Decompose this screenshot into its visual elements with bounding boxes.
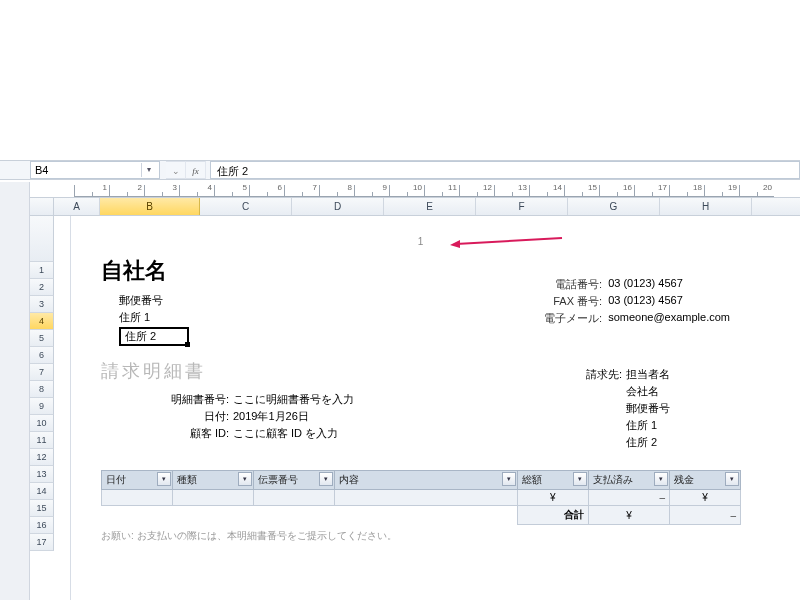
table-total-row: 合計 ¥ – [102, 506, 741, 525]
bill-to-postal: 郵便番号 [626, 401, 670, 416]
svg-marker-1 [450, 240, 460, 248]
filter-dropdown-icon[interactable]: ▾ [502, 472, 516, 486]
column-header-a[interactable]: A [54, 198, 100, 215]
bill-to-company: 会社名 [626, 384, 659, 399]
table-header[interactable]: 総額▾ [517, 471, 588, 490]
formula-cancel-button: ⌄ [166, 161, 186, 179]
column-headers: ABCDEFGH [30, 198, 800, 216]
row-headers: 1234567891011121314151617 [30, 216, 54, 600]
row-header-14[interactable]: 14 [30, 483, 54, 500]
ruler-tick: 4 [179, 185, 214, 197]
row-header-5[interactable]: 5 [30, 330, 54, 347]
bill-to-label: 請求先: [576, 367, 622, 382]
balance-yen: ¥ [669, 490, 740, 506]
customer-id-label: 顧客 ID: [165, 426, 229, 441]
yen-cell: ¥ [517, 490, 588, 506]
column-header-c[interactable]: C [200, 198, 292, 215]
statement-no-value: ここに明細書番号を入力 [233, 392, 354, 407]
ruler-tick: 12 [459, 185, 494, 197]
row-header-12[interactable]: 12 [30, 449, 54, 466]
table-header[interactable]: 伝票番号▾ [254, 471, 335, 490]
table-header[interactable]: 内容▾ [335, 471, 518, 490]
svg-line-0 [456, 238, 562, 244]
row-header-9[interactable]: 9 [30, 398, 54, 415]
row-header-1[interactable]: 1 [30, 262, 54, 279]
ruler-tick: 11 [424, 185, 459, 197]
ruler-tick: 8 [319, 185, 354, 197]
table-header[interactable]: 日付▾ [102, 471, 173, 490]
total-yen: ¥ [588, 506, 669, 525]
bill-to-block: 請求先:担当者名 会社名 郵便番号 住所 1 住所 2 [576, 366, 670, 451]
document-page: 1 自社名 郵便番号 住所 1 住所 2 電話番号:03 (0123) 4567… [70, 216, 770, 600]
column-header-d[interactable]: D [292, 198, 384, 215]
table-header[interactable]: 種類▾ [173, 471, 254, 490]
select-all-corner[interactable] [30, 198, 54, 215]
name-box-dropdown-icon[interactable]: ▾ [141, 163, 155, 177]
filter-dropdown-icon[interactable]: ▾ [725, 472, 739, 486]
column-header-g[interactable]: G [568, 198, 660, 215]
left-gutter [0, 182, 30, 600]
ruler-tick: 15 [564, 185, 599, 197]
row-header-6[interactable]: 6 [30, 347, 54, 364]
filter-dropdown-icon[interactable]: ▾ [238, 472, 252, 486]
ruler-tick: 17 [634, 185, 669, 197]
ruler-tick: 9 [354, 185, 389, 197]
column-header-f[interactable]: F [476, 198, 568, 215]
filter-dropdown-icon[interactable]: ▾ [654, 472, 668, 486]
row-header-13[interactable]: 13 [30, 466, 54, 483]
paid-dash: – [588, 490, 669, 506]
row-header-17[interactable]: 17 [30, 534, 54, 551]
filter-dropdown-icon[interactable]: ▾ [319, 472, 333, 486]
row-header-3[interactable]: 3 [30, 296, 54, 313]
row-header-11[interactable]: 11 [30, 432, 54, 449]
bill-to-addr2: 住所 2 [626, 435, 657, 450]
ruler-tick: 1 [74, 185, 109, 197]
name-box-value: B4 [35, 164, 48, 176]
fax-value: 03 (0123) 4567 [608, 294, 683, 309]
formula-value: 住所 2 [217, 165, 248, 177]
fx-button[interactable]: fx [186, 161, 206, 179]
page-number: 1 [418, 236, 424, 247]
formula-bar: B4 ▾ ⌄ fx 住所 2 [0, 160, 800, 180]
email-value: someone@example.com [608, 311, 730, 326]
ruler-tick: 6 [249, 185, 284, 197]
fax-label: FAX 番号: [542, 294, 602, 309]
formula-input[interactable]: 住所 2 [210, 161, 800, 179]
ruler-tick: 19 [704, 185, 739, 197]
ruler-tick: 18 [669, 185, 704, 197]
row-header-2[interactable]: 2 [30, 279, 54, 296]
total-dash: – [669, 506, 740, 525]
ruler-tick: 5 [214, 185, 249, 197]
row-header-4[interactable]: 4 [30, 313, 54, 330]
row-header-7[interactable]: 7 [30, 364, 54, 381]
name-box[interactable]: B4 ▾ [30, 161, 160, 179]
table-row: ¥ – ¥ [102, 490, 741, 506]
date-label: 日付: [165, 409, 229, 424]
ruler-tick: 3 [144, 185, 179, 197]
detail-table: 日付▾種類▾伝票番号▾内容▾総額▾支払済み▾残金▾ ¥ – ¥ 合計 ¥ – [101, 470, 741, 525]
filter-dropdown-icon[interactable]: ▾ [157, 472, 171, 486]
column-header-h[interactable]: H [660, 198, 752, 215]
filter-dropdown-icon[interactable]: ▾ [573, 472, 587, 486]
bill-to-addr1: 住所 1 [626, 418, 657, 433]
contact-block: 電話番号:03 (0123) 4567 FAX 番号:03 (0123) 456… [542, 276, 730, 327]
ruler-tick: 14 [529, 185, 564, 197]
row-header-16[interactable]: 16 [30, 517, 54, 534]
row-header-15[interactable]: 15 [30, 500, 54, 517]
date-value: 2019年1月26日 [233, 409, 309, 424]
table-header[interactable]: 残金▾ [669, 471, 740, 490]
row-header-8[interactable]: 8 [30, 381, 54, 398]
column-header-e[interactable]: E [384, 198, 476, 215]
phone-label: 電話番号: [542, 277, 602, 292]
footnote: お願い: お支払いの際には、本明細書番号をご提示してください。 [101, 529, 740, 543]
customer-id-value: ここに顧客 ID を入力 [233, 426, 338, 441]
company-addr2: 住所 2 [125, 330, 156, 342]
row-header-top[interactable] [30, 216, 54, 262]
column-header-b[interactable]: B [100, 198, 200, 215]
selected-cell[interactable]: 住所 2 [119, 327, 189, 346]
annotation-arrow [446, 234, 566, 248]
table-header[interactable]: 支払済み▾ [588, 471, 669, 490]
row-header-10[interactable]: 10 [30, 415, 54, 432]
ruler-tick: 10 [389, 185, 424, 197]
horizontal-ruler: 1234567891011121314151617181920 [30, 182, 800, 198]
